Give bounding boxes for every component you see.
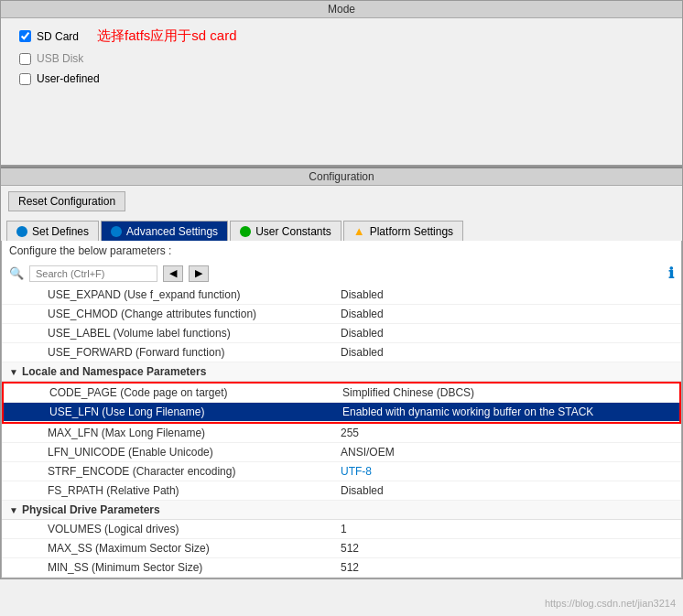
param-strf-encode-name: STRF_ENCODE (Character encoding) [48,465,341,478]
mode-title: Mode [1,1,682,18]
search-input[interactable] [29,265,157,282]
sd-card-label: SD Card [37,30,79,43]
param-volumes[interactable]: VOLUMES (Logical drives) 1 [2,520,681,539]
red-border-group: CODE_PAGE (Code page on target) Simplifi… [2,382,681,424]
user-defined-row: User-defined [19,72,664,85]
user-constants-icon [240,226,251,237]
group-physical-drive-label: Physical Drive Parameters [22,503,160,516]
tab-user-constants-label: User Constants [255,225,331,238]
param-volumes-value: 1 [341,523,674,535]
advanced-settings-icon [111,226,122,237]
annotation-text: 选择fatfs应用于sd card [97,27,237,45]
group-locale-toggle[interactable]: ▼ [9,367,18,377]
mode-content: SD Card 选择fatfs应用于sd card USB Disk User-… [1,18,682,165]
param-strf-encode-value: UTF-8 [341,465,674,478]
set-defines-icon [16,226,27,237]
tab-user-constants[interactable]: User Constants [230,221,342,241]
search-bar: 🔍 ◀ ▶ ℹ [1,261,682,286]
param-min-ss-value: 512 [341,561,674,574]
user-defined-label: User-defined [37,72,100,85]
tab-advanced-settings-label: Advanced Settings [126,225,218,238]
param-fs-rpath-value: Disabled [341,484,674,497]
group-physical-drive[interactable]: ▼ Physical Drive Parameters [2,501,681,520]
param-min-ss-name: MIN_SS (Minimum Sector Size) [48,561,341,574]
param-max-ss-value: 512 [341,542,674,555]
param-min-ss[interactable]: MIN_SS (Minimum Sector Size) 512 [2,558,681,578]
tab-advanced-settings[interactable]: Advanced Settings [101,221,228,241]
watermark: https://blog.csdn.net/jian3214 [545,598,676,609]
param-use-chmod[interactable]: USE_CHMOD (Change attributes function) D… [2,305,681,324]
nav-next-button[interactable]: ▶ [189,265,209,282]
param-use-lfn[interactable]: USE_LFN (Use Long Filename) Enabled with… [4,403,679,422]
config-toolbar: Reset Configuration [1,186,682,217]
sd-card-checkbox[interactable] [19,30,31,42]
configure-label: Configure the below parameters : [1,241,682,261]
param-lfn-unicode[interactable]: LFN_UNICODE (Enable Unicode) ANSI/OEM [2,443,681,462]
param-use-forward-name: USE_FORWARD (Forward function) [48,346,341,359]
param-max-lfn-name: MAX_LFN (Max Long Filename) [48,427,341,439]
mode-section: Mode SD Card 选择fatfs应用于sd card USB Disk … [0,0,683,166]
param-max-ss[interactable]: MAX_SS (Maximum Sector Size) 512 [2,539,681,558]
info-icon: ℹ [668,265,674,282]
config-title: Configuration [1,167,682,186]
tab-platform-settings-label: Platform Settings [370,225,453,238]
param-use-lfn-name: USE_LFN (Use Long Filename) [49,405,342,418]
param-use-chmod-value: Disabled [341,308,674,320]
param-code-page[interactable]: CODE_PAGE (Code page on target) Simplifi… [4,384,679,403]
param-use-label-value: Disabled [341,327,674,340]
param-lfn-unicode-name: LFN_UNICODE (Enable Unicode) [48,446,341,459]
group-physical-drive-toggle[interactable]: ▼ [9,505,18,515]
tab-platform-settings[interactable]: ▲ Platform Settings [343,221,463,241]
group-locale-label: Locale and Namespace Parameters [22,365,206,378]
param-use-expand-name: USE_EXPAND (Use f_expand function) [48,288,341,301]
usb-disk-label: USB Disk [37,52,83,65]
param-code-page-name: CODE_PAGE (Code page on target) [49,386,342,399]
nav-prev-button[interactable]: ◀ [163,265,183,282]
param-use-label-name: USE_LABEL (Volume label functions) [48,327,341,340]
platform-settings-triangle-icon: ▲ [353,224,365,238]
param-fs-rpath-name: FS_RPATH (Relative Path) [48,484,341,497]
search-icon: 🔍 [9,266,24,280]
param-use-lfn-value: Enabled with dynamic working buffer on t… [342,405,672,418]
tab-set-defines-label: Set Defines [32,225,89,238]
config-section: Configuration Reset Configuration Set De… [0,166,683,579]
param-code-page-value: Simplified Chinese (DBCS) [342,386,672,399]
param-use-chmod-name: USE_CHMOD (Change attributes function) [48,308,341,320]
user-defined-checkbox[interactable] [19,73,31,85]
param-use-label[interactable]: USE_LABEL (Volume label functions) Disab… [2,324,681,343]
param-use-forward[interactable]: USE_FORWARD (Forward function) Disabled [2,343,681,362]
param-lfn-unicode-value: ANSI/OEM [341,446,674,459]
param-use-expand[interactable]: USE_EXPAND (Use f_expand function) Disab… [2,286,681,305]
param-use-forward-value: Disabled [341,346,674,359]
tabs-bar: Set Defines Advanced Settings User Const… [1,217,682,241]
tab-set-defines[interactable]: Set Defines [6,221,99,241]
usb-disk-row: USB Disk [19,52,664,65]
param-fs-rpath[interactable]: FS_RPATH (Relative Path) Disabled [2,481,681,501]
reset-config-button[interactable]: Reset Configuration [8,191,125,211]
sd-card-row: SD Card 选择fatfs应用于sd card [19,27,664,45]
usb-disk-checkbox[interactable] [19,53,31,65]
param-volumes-name: VOLUMES (Logical drives) [48,523,341,535]
group-locale[interactable]: ▼ Locale and Namespace Parameters [2,362,681,382]
params-container[interactable]: USE_EXPAND (Use f_expand function) Disab… [1,286,682,578]
param-max-lfn[interactable]: MAX_LFN (Max Long Filename) 255 [2,424,681,443]
param-max-ss-name: MAX_SS (Maximum Sector Size) [48,542,341,555]
param-strf-encode[interactable]: STRF_ENCODE (Character encoding) UTF-8 [2,462,681,481]
param-max-lfn-value: 255 [341,427,674,439]
param-use-expand-value: Disabled [341,288,674,301]
